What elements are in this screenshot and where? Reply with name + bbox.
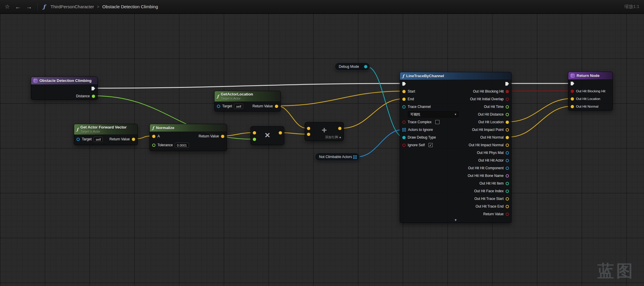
- back-arrow-icon[interactable]: ←: [15, 4, 21, 10]
- variable-label: Not Climbable Actors: [319, 155, 352, 159]
- out-hit-initial-overlap-pin[interactable]: [506, 98, 509, 101]
- out-hit-blocking-hit-pin[interactable]: [506, 90, 509, 93]
- out-hit-time-pin[interactable]: [506, 105, 509, 109]
- node-add[interactable]: + 添加引脚 +: [305, 122, 344, 141]
- tolerance-value-field[interactable]: 0.0001: [175, 143, 189, 148]
- collapse-arrow-icon[interactable]: ▼: [400, 218, 511, 222]
- trace-channel-value: 可视性: [410, 112, 421, 117]
- toolbar: ☆ ← → ƒ ThirdPersonCharacter > Obstacle …: [0, 0, 644, 14]
- pin-label: Out Hit Normal: [480, 135, 504, 139]
- out-hit-hit-item-pin[interactable]: [506, 182, 509, 185]
- multiply-output-pin[interactable]: [279, 131, 282, 134]
- output-pin-row: Out Hit Face Index: [465, 187, 511, 195]
- return-value-pin[interactable]: [132, 138, 135, 141]
- return-value-pin[interactable]: [506, 213, 509, 216]
- out-hit-location-pin[interactable]: [506, 121, 509, 124]
- output-pin-row: Out Hit Distance: [465, 111, 511, 118]
- breadcrumb: ThirdPersonCharacter > Obstacle Detectio…: [51, 4, 158, 9]
- actors-to-ignore-pin[interactable]: [402, 128, 406, 132]
- pin-label: Trace Complex: [408, 120, 431, 124]
- plus-icon: +: [339, 136, 341, 139]
- node-get-actor-forward-vector[interactable]: ƒ Get Actor Forward Vector Target is Act…: [74, 124, 138, 145]
- output-pin-row: [465, 80, 511, 88]
- target-pin[interactable]: [77, 138, 80, 141]
- out-hit-trace-end-pin[interactable]: [506, 205, 509, 208]
- graph-canvas[interactable]: [0, 14, 644, 286]
- out-hit-trace-start-pin[interactable]: [506, 197, 509, 200]
- node-subtitle: Target is Actor: [221, 97, 253, 100]
- pin-label: Out Hit Phys Mat: [477, 151, 504, 155]
- out-hit-normal-pin[interactable]: [506, 136, 509, 139]
- node-return[interactable]: Return Node Out Hit Blocking Hit Out Hit…: [568, 72, 613, 111]
- trace-channel-dropdown-row: 可视性▼: [400, 111, 461, 118]
- target-value-field[interactable]: self: [94, 137, 103, 142]
- add-pin-button[interactable]: 添加引脚 +: [325, 135, 341, 139]
- node-not-climbable-actors-getter[interactable]: Not Climbable Actors: [315, 153, 360, 161]
- pin-label: Out Hit Location: [478, 120, 504, 124]
- target-value-field[interactable]: self: [234, 104, 243, 109]
- ignore-self-pin[interactable]: [402, 144, 406, 147]
- debug-mode-pin[interactable]: [364, 65, 367, 68]
- function-icon: ƒ: [152, 126, 154, 130]
- out-hit-location-pin[interactable]: [571, 97, 574, 101]
- exec-out-pin[interactable]: [92, 87, 95, 91]
- add-output-pin[interactable]: [338, 127, 341, 130]
- input-pin-row: Trace Channel: [400, 103, 461, 111]
- zoom-indicator: 缩放1:1: [624, 4, 639, 9]
- target-pin[interactable]: [217, 105, 220, 108]
- pin-label: Out Hit Initial Overlap: [470, 97, 504, 101]
- out-hit-normal-pin[interactable]: [571, 105, 574, 108]
- start-pin[interactable]: [402, 90, 406, 93]
- return-value-pin[interactable]: [221, 135, 224, 138]
- ignore-self-checkbox[interactable]: ✓: [429, 143, 433, 147]
- output-pin-row: Out Hit Impact Normal: [465, 141, 511, 149]
- out-hit-hit-actor-pin[interactable]: [506, 159, 509, 162]
- node-title: Return Node: [577, 73, 600, 78]
- forward-arrow-icon[interactable]: →: [26, 4, 32, 10]
- node-debug-mode-getter[interactable]: Debug Mode: [335, 63, 370, 71]
- out-hit-hit-bone-name-pin[interactable]: [506, 174, 509, 177]
- node-get-actor-location[interactable]: ƒ GetActorLocation Target is Actor Targe…: [214, 91, 281, 111]
- trace-channel-dropdown[interactable]: 可视性▼: [408, 111, 459, 117]
- pin-label: Out Hit Face Index: [474, 189, 504, 193]
- trace-complex-pin[interactable]: [402, 121, 406, 124]
- breadcrumb-current[interactable]: Obstacle Detection Climbing: [102, 4, 158, 9]
- trace-complex-checkbox[interactable]: [435, 120, 439, 124]
- out-hit-distance-pin[interactable]: [506, 113, 509, 116]
- exec-pin[interactable]: [402, 82, 406, 86]
- input-pin-row: Ignore Self✓: [400, 141, 461, 149]
- pin-label: Out Hit Impact Point: [472, 128, 504, 132]
- breadcrumb-root[interactable]: ThirdPersonCharacter: [51, 4, 94, 9]
- node-header: ƒ GetActorLocation Target is Actor: [215, 91, 280, 102]
- out-hit-hit-component-pin[interactable]: [506, 167, 509, 170]
- trace-channel-pin[interactable]: [402, 105, 406, 109]
- draw-debug-type-pin[interactable]: [402, 136, 406, 139]
- node-obstacle-detection-climbing[interactable]: Obstacle Detection Climbing Distance: [31, 77, 98, 100]
- output-pin-row: Out Hit Time: [465, 103, 511, 111]
- end-pin[interactable]: [402, 98, 406, 101]
- out-hit-impact-normal-pin[interactable]: [506, 144, 509, 147]
- node-normalize[interactable]: ƒ Normalize A Return Value Tolerance 0.0…: [150, 124, 227, 151]
- out-hit-face-index-pin[interactable]: [506, 190, 509, 193]
- node-line-trace-by-channel[interactable]: ƒ LineTraceByChannel StartEndTrace Chann…: [400, 72, 512, 223]
- out-hit-impact-point-pin[interactable]: [506, 128, 509, 132]
- exec-in-pin[interactable]: [571, 82, 574, 86]
- return-value-pin[interactable]: [275, 105, 278, 108]
- not-climbable-actors-array-pin[interactable]: [353, 155, 357, 159]
- output-pin-row: Out Hit Impact Point: [465, 126, 511, 134]
- pin-label: Out Hit Impact Normal: [469, 143, 504, 147]
- favorite-star-icon[interactable]: ☆: [5, 4, 10, 9]
- distance-pin[interactable]: [92, 95, 95, 98]
- a-pin[interactable]: [152, 135, 155, 138]
- add-input-a-pin[interactable]: [307, 127, 310, 130]
- out-hit-blocking-hit-pin[interactable]: [571, 90, 574, 93]
- node-multiply[interactable]: ✕: [250, 126, 284, 145]
- output-pin-row: Out Hit Blocking Hit: [465, 88, 511, 95]
- add-input-b-pin[interactable]: [307, 133, 310, 136]
- out-hit-phys-mat-pin[interactable]: [506, 151, 509, 154]
- tolerance-pin[interactable]: [152, 144, 155, 147]
- multiply-input-b-pin[interactable]: [253, 138, 256, 141]
- multiply-input-a-pin[interactable]: [253, 131, 256, 134]
- exec-pin[interactable]: [505, 82, 509, 86]
- function-icon: ƒ: [217, 94, 219, 99]
